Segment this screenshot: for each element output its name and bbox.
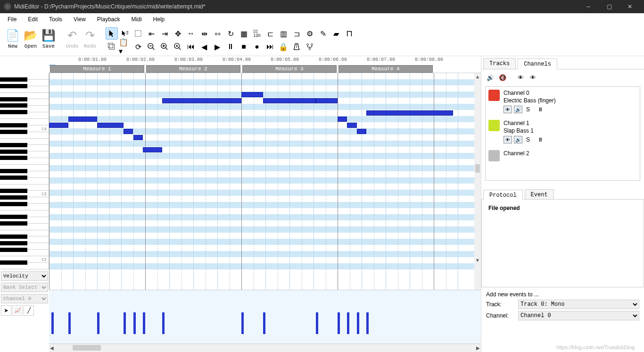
tab-channels[interactable]: Channels: [518, 59, 557, 69]
connections-button[interactable]: [304, 41, 316, 53]
horizontal-scrollbar[interactable]: ◀ ▶: [49, 344, 481, 352]
align-right-tool[interactable]: ⇥: [158, 27, 171, 40]
lock-button[interactable]: 🔒: [277, 41, 289, 53]
velocity-bar[interactable]: [263, 312, 265, 334]
back-button[interactable]: ◀: [198, 41, 210, 53]
close-button[interactable]: ✕: [619, 0, 640, 13]
play-button[interactable]: ▶: [211, 41, 223, 53]
audio-toggle[interactable]: 🔊: [514, 136, 522, 143]
zoom-out-button[interactable]: [145, 41, 157, 53]
rewind-button[interactable]: ⏮: [185, 41, 197, 53]
midi-note[interactable]: [263, 98, 316, 103]
channel-item[interactable]: Channel 0Electric Bass (finger)👁🔊S ⏸: [488, 90, 637, 113]
menu-edit[interactable]: Edit: [23, 14, 42, 25]
draw-mini[interactable]: ╱: [24, 305, 34, 316]
channel-item[interactable]: Channel 2: [488, 150, 637, 161]
channel-list[interactable]: Channel 0Electric Bass (finger)👁🔊S ⏸Chan…: [485, 86, 640, 181]
velocity-bar[interactable]: [357, 312, 359, 334]
menu-view[interactable]: View: [69, 14, 91, 25]
align-grid-r[interactable]: ⊐: [290, 27, 303, 40]
midi-note[interactable]: [347, 123, 356, 128]
compress-h-tool[interactable]: ⇹: [198, 27, 210, 40]
velocity-bar[interactable]: [338, 312, 340, 334]
metronome-button[interactable]: [290, 41, 303, 53]
tempo-tool[interactable]: ▦: [238, 27, 250, 40]
midi-note[interactable]: [241, 92, 263, 97]
velocity-bar[interactable]: [143, 312, 145, 334]
align-grid-l[interactable]: ⊏: [264, 27, 276, 40]
select-box-tool[interactable]: [132, 27, 144, 40]
solo-toggle[interactable]: S: [524, 136, 532, 143]
ch-show-all-icon[interactable]: 👁: [515, 73, 526, 82]
menu-midi[interactable]: Midi: [127, 14, 147, 25]
midi-note[interactable]: [366, 110, 453, 116]
velocity-lane[interactable]: [49, 290, 481, 344]
stop-button[interactable]: ■: [238, 41, 250, 53]
velocity-bar[interactable]: [241, 312, 244, 334]
channel-item[interactable]: Channel 1Slap Bass 1👁🔊S ⏸: [488, 120, 637, 143]
tab-event[interactable]: Event: [525, 189, 554, 199]
quantize-tool[interactable]: ▯▯120: [251, 27, 263, 40]
velocity-bar[interactable]: [366, 312, 369, 334]
velocity-bar[interactable]: [68, 312, 71, 334]
channel-form-select[interactable]: Channel 0: [518, 311, 639, 320]
pointer-mini[interactable]: ➤: [1, 305, 11, 316]
velocity-bar[interactable]: [51, 312, 54, 334]
new-button[interactable]: 📄New: [5, 27, 21, 49]
velocity-bar[interactable]: [133, 312, 136, 334]
channel-select[interactable]: Channel 0: [1, 294, 48, 303]
pause-button[interactable]: ⏸: [224, 41, 237, 53]
maximize-button[interactable]: ▢: [599, 0, 619, 13]
ch-mute-all-icon[interactable]: 🔊: [485, 73, 495, 82]
menu-tools[interactable]: Tools: [44, 14, 67, 25]
expand-h-tool[interactable]: ⇿: [211, 27, 223, 40]
line-mini[interactable]: 📈: [12, 305, 23, 316]
zoom-in-button[interactable]: [158, 41, 171, 53]
midi-note[interactable]: [162, 98, 241, 103]
zoom-fit-button[interactable]: [172, 41, 184, 53]
track-select[interactable]: Track 0: Mono: [518, 300, 639, 309]
tab-tracks[interactable]: Tracks: [483, 58, 516, 69]
visibility-toggle[interactable]: 👁: [504, 106, 512, 113]
bank-select[interactable]: Bank Select: [1, 283, 48, 292]
velocity-bar[interactable]: [162, 312, 165, 334]
record-button[interactable]: ●: [251, 41, 263, 53]
velocity-bar[interactable]: [316, 312, 318, 334]
magnet-tool[interactable]: ⊓: [343, 27, 355, 40]
align-left-tool[interactable]: ⇤: [145, 27, 157, 40]
pointer-tool[interactable]: [106, 27, 118, 40]
midi-note[interactable]: [124, 129, 133, 134]
align-grid-c[interactable]: ▥: [277, 27, 289, 40]
visibility-toggle[interactable]: 👁: [504, 136, 512, 143]
resize-h-tool[interactable]: ↔: [185, 27, 197, 40]
midi-note[interactable]: [68, 117, 97, 122]
copy-button[interactable]: ⿻: [106, 41, 118, 53]
menu-help[interactable]: Help: [149, 14, 170, 25]
midi-note[interactable]: [316, 98, 338, 103]
scroll-down-icon[interactable]: ▼: [475, 258, 480, 263]
property-select[interactable]: Velocity: [1, 271, 48, 281]
audio-toggle[interactable]: 🔊: [514, 106, 522, 113]
solo-toggle[interactable]: S: [524, 106, 532, 113]
midi-note[interactable]: [49, 123, 68, 128]
ch-unmute-all-icon[interactable]: 🔇: [497, 73, 508, 82]
instrument-icon[interactable]: ⏸: [536, 106, 545, 113]
midi-note[interactable]: [338, 117, 347, 122]
ch-hide-all-icon[interactable]: 👁: [528, 73, 538, 82]
undo-button[interactable]: ↶Undo: [64, 27, 80, 49]
paste-button[interactable]: 📋▾: [119, 41, 131, 53]
scroll-up-icon[interactable]: ▲: [475, 74, 480, 79]
hscroll-thumb[interactable]: [73, 345, 101, 351]
piano-roll[interactable]: ▲ ▼: [49, 73, 481, 290]
midi-note[interactable]: [133, 135, 143, 140]
minimize-button[interactable]: ─: [578, 0, 599, 13]
open-button[interactable]: 📂Open: [23, 27, 39, 49]
settings-tool[interactable]: ⚙: [304, 27, 316, 40]
midi-note[interactable]: [97, 123, 124, 128]
midi-note[interactable]: [143, 147, 162, 152]
midi-note[interactable]: [357, 129, 366, 134]
zoom-reset-button[interactable]: ⟳: [132, 41, 144, 53]
velocity-bar[interactable]: [97, 312, 99, 334]
scroll-thumb[interactable]: [475, 164, 480, 173]
velocity-bar[interactable]: [124, 312, 126, 334]
